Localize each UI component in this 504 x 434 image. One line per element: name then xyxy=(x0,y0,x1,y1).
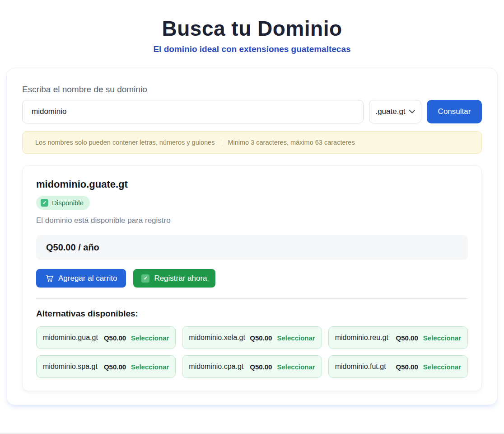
rules-notice: Los nombres solo pueden contener letras,… xyxy=(22,131,482,154)
alternative-price: Q50.00 xyxy=(104,363,126,371)
select-link[interactable]: Seleccionar xyxy=(131,334,169,342)
alternative-card: midominio.fut.gt Q50.00 Seleccionar xyxy=(328,355,468,378)
result-actions: Agregar al carrito ✓ Registrar ahora xyxy=(36,269,468,288)
page-subtitle: El dominio ideal con extensiones guatema… xyxy=(0,44,504,54)
register-now-label: Registrar ahora xyxy=(154,274,207,283)
price-value: Q50.00 / año xyxy=(46,242,99,252)
alternatives-title: Alternativas disponibles: xyxy=(36,309,468,319)
alternative-price: Q50.00 xyxy=(104,334,126,342)
select-link[interactable]: Seleccionar xyxy=(131,363,169,371)
alternative-domain: midominio.reu.gt xyxy=(335,334,388,342)
extension-select[interactable]: .guate.gt xyxy=(369,100,421,123)
result-domain-name: midominio.guate.gt xyxy=(36,179,468,190)
add-to-cart-button[interactable]: Agregar al carrito xyxy=(36,269,126,288)
status-badge: ✓ Disponible xyxy=(36,196,90,210)
alternative-card: midominio.reu.gt Q50.00 Seleccionar xyxy=(328,326,468,349)
rule-length: Minimo 3 caracteres, máximo 63 caractere… xyxy=(228,139,355,146)
alternative-domain: midominio.fut.gt xyxy=(335,363,386,371)
chevron-down-icon xyxy=(409,110,415,113)
alternative-card: midominio.xela.gt Q50.00 Seleccionar xyxy=(182,326,322,349)
select-link[interactable]: Seleccionar xyxy=(423,334,461,342)
select-link[interactable]: Seleccionar xyxy=(277,334,315,342)
price-box: Q50.00 / año xyxy=(36,235,468,260)
select-link[interactable]: Seleccionar xyxy=(277,363,315,371)
consult-button[interactable]: Consultar xyxy=(427,100,482,123)
extension-selected-value: .guate.gt xyxy=(375,107,405,116)
result-card: midominio.guate.gt ✓ Disponible El domin… xyxy=(22,165,482,391)
status-badge-label: Disponible xyxy=(52,199,84,207)
page-header: Busca tu Dominio El dominio ideal con ex… xyxy=(0,0,504,54)
alternative-card: midominio.gua.gt Q50.00 Seleccionar xyxy=(36,326,176,349)
rules-divider xyxy=(221,138,221,146)
search-panel: Escriba el nombre de su dominio .guate.g… xyxy=(6,68,498,405)
alternatives-grid: midominio.gua.gt Q50.00 Seleccionar mido… xyxy=(36,326,468,378)
domain-input[interactable] xyxy=(22,100,364,123)
page-title: Busca tu Dominio xyxy=(0,16,504,41)
check-icon: ✓ xyxy=(41,199,48,207)
select-link[interactable]: Seleccionar xyxy=(423,363,461,371)
alternative-price: Q50.00 xyxy=(250,363,272,371)
alternative-price: Q50.00 xyxy=(396,334,418,342)
section-divider xyxy=(36,298,468,299)
domain-search-page: Busca tu Dominio El dominio ideal con ex… xyxy=(0,0,504,434)
shopping-cart-icon xyxy=(45,274,54,283)
alternative-card: midominio.spa.gt Q50.00 Seleccionar xyxy=(36,355,176,378)
alternative-domain: midominio.gua.gt xyxy=(43,334,98,342)
check-icon: ✓ xyxy=(141,274,149,283)
alternative-card: midominio.cpa.gt Q50.00 Seleccionar xyxy=(182,355,322,378)
alternative-domain: midominio.cpa.gt xyxy=(189,363,243,371)
alternative-price: Q50.00 xyxy=(250,334,272,342)
result-description: El dominio está disponible para registro xyxy=(36,216,468,225)
alternative-domain: midominio.xela.gt xyxy=(189,334,245,342)
alternative-domain: midominio.spa.gt xyxy=(43,363,98,371)
alternative-price: Q50.00 xyxy=(396,363,418,371)
search-row: .guate.gt Consultar xyxy=(22,100,482,123)
add-to-cart-label: Agregar al carrito xyxy=(58,274,117,283)
register-now-button[interactable]: ✓ Registrar ahora xyxy=(133,269,215,288)
search-label: Escriba el nombre de su dominio xyxy=(22,85,482,94)
rule-characters: Los nombres solo pueden contener letras,… xyxy=(35,139,215,146)
